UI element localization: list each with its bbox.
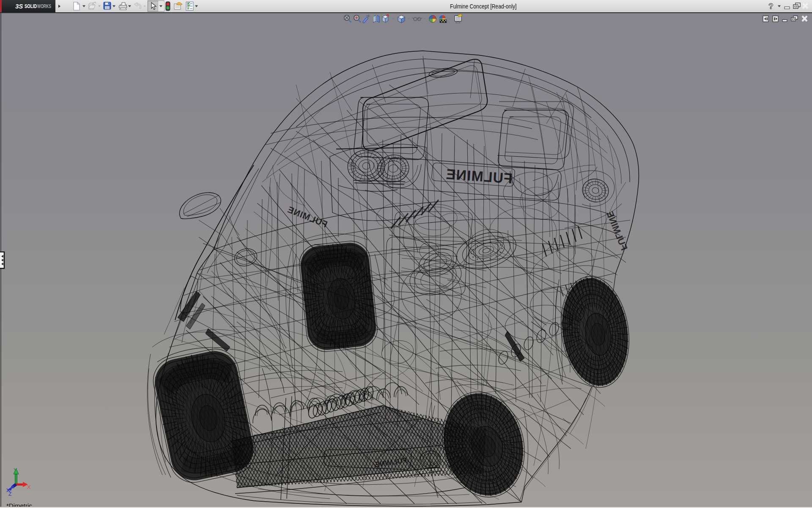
svg-text:3S: 3S: [15, 3, 23, 10]
svg-text:FULMINE: FULMINE: [604, 210, 630, 252]
svg-text:WORKS: WORKS: [37, 3, 51, 9]
svg-text:X: X: [27, 484, 31, 490]
svg-text:FULMINE: FULMINE: [445, 166, 513, 187]
svg-text:?: ?: [768, 2, 774, 11]
svg-text:SOLID: SOLID: [25, 3, 37, 9]
svg-text:Z: Z: [8, 491, 11, 497]
